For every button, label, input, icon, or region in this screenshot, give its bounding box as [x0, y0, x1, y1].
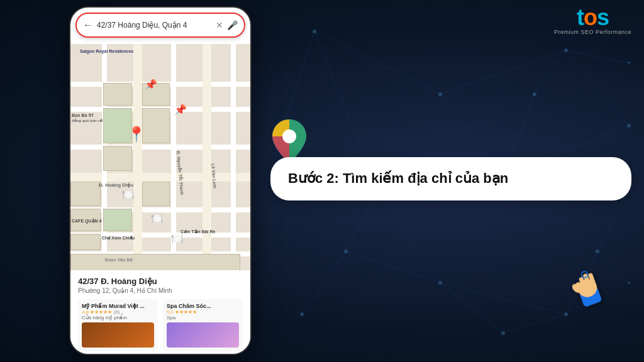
block-10 — [70, 254, 240, 270]
biz-rating-1: 4,8 ★★★★★ (8) — [82, 309, 154, 315]
tos-t: t — [577, 4, 584, 30]
tos-logo-text: tos — [554, 6, 631, 29]
tos-o: o — [584, 4, 597, 30]
label-doan-van-bo: Đoàn Văn Bơ — [105, 258, 132, 263]
label-cho: Chợ Xóm Chiều — [102, 236, 135, 241]
biz-card-2: Spa Chăm Sóc... 5,0 ★★★★★ Spa — [163, 299, 243, 351]
biz-type-2: Spa — [167, 315, 239, 321]
svg-point-23 — [313, 30, 316, 33]
svg-line-9 — [440, 283, 566, 314]
svg-point-33 — [533, 92, 536, 96]
search-query: 42/37 Hoàng Diệu, Quận 4 — [97, 21, 212, 30]
speech-bubble: Bước 2: Tìm kiếm địa chỉ của bạn — [270, 157, 631, 200]
block-4 — [103, 146, 132, 171]
block-3 — [142, 108, 170, 143]
cursor-hand — [564, 260, 616, 319]
block-5 — [70, 182, 101, 206]
svg-line-8 — [377, 189, 440, 283]
business-cards: Mỹ Phẩm Murad Việt ... 4,8 ★★★★★ (8) Cửa… — [78, 299, 243, 351]
svg-line-13 — [283, 31, 314, 126]
biz-name-1: Mỹ Phẩm Murad Việt ... — [82, 303, 154, 309]
svg-point-25 — [564, 48, 568, 52]
street-v5 — [231, 44, 236, 270]
search-bar[interactable]: ← 42/37 Hoàng Diệu, Quận 4 ✕ 🎤 — [75, 13, 245, 38]
svg-line-20 — [503, 314, 566, 333]
pin-yellow-5: 🍽️ — [151, 212, 164, 224]
tos-logo: tos Premium SEO Performance — [554, 6, 631, 35]
biz-name-2: Spa Chăm Sóc... — [167, 303, 239, 309]
biz-rating-2: 5,0 ★★★★★ — [167, 309, 239, 315]
street-h4 — [70, 173, 250, 182]
location-address: Phường 12, Quận 4, Hồ Chí Minh — [78, 287, 243, 294]
svg-point-31 — [564, 312, 568, 316]
biz-type-1: Cửa hàng mỹ phẩm — [82, 315, 154, 321]
svg-point-36 — [300, 312, 304, 316]
svg-line-22 — [302, 251, 346, 314]
svg-point-24 — [438, 92, 442, 96]
label-saigon: Saigon Royal Residences — [80, 49, 133, 53]
location-panel: 42/37 Đ. Hoàng Diệu Phường 12, Quận 4, H… — [70, 270, 250, 355]
block-9 — [70, 234, 101, 250]
street-v2 — [133, 44, 142, 270]
svg-point-34 — [344, 250, 348, 253]
label-hoang-dieu: Đ. Hoàng Diệu — [99, 182, 133, 188]
svg-point-28 — [596, 250, 599, 253]
svg-line-14 — [535, 50, 566, 94]
tos-tagline: Premium SEO Performance — [554, 29, 631, 35]
svg-line-16 — [566, 50, 629, 63]
svg-line-0 — [314, 31, 440, 94]
pin-yellow-2: 📌 — [174, 104, 187, 116]
label-com: Cơm Tấm Bài Re — [180, 229, 215, 234]
biz-card-1: Mỹ Phẩm Murad Việt ... 4,8 ★★★★★ (8) Cửa… — [78, 299, 158, 351]
block-6 — [142, 182, 170, 206]
block-1 — [103, 83, 132, 106]
block-8 — [103, 209, 132, 231]
tos-s: s — [597, 4, 609, 30]
phone-mockup: ← 42/37 Hoàng Diệu, Quận 4 ✕ 🎤 — [69, 6, 252, 355]
location-name: 42/37 Đ. Hoàng Diệu — [78, 277, 243, 286]
street-v4 — [203, 44, 211, 270]
pin-yellow-4: 🍽️ — [171, 233, 184, 244]
label-cafe: CAFE QUẬN 4 — [72, 219, 101, 224]
step-description: Tìm kiếm địa chỉ của bạn — [343, 170, 508, 186]
label-bun-bo-sub: đồng quà bán rơi — [72, 118, 103, 123]
svg-point-39 — [282, 129, 296, 143]
svg-point-26 — [627, 124, 631, 128]
close-icon[interactable]: ✕ — [216, 20, 223, 30]
svg-line-2 — [566, 50, 629, 126]
step-text: Bước 2: Tìm kiếm địa chỉ của bạn — [288, 170, 614, 188]
biz-image-1 — [82, 322, 154, 348]
svg-point-30 — [438, 281, 442, 285]
svg-line-17 — [346, 251, 440, 283]
svg-line-19 — [440, 283, 503, 333]
svg-point-37 — [628, 62, 630, 64]
label-bun-bo: Bún Bò 5T — [72, 113, 94, 118]
map-area: Saigon Royal Residences Bún Bò 5T đồng q… — [70, 44, 250, 270]
mic-icon[interactable]: 🎤 — [227, 20, 238, 30]
back-arrow-icon[interactable]: ← — [83, 19, 93, 31]
svg-line-1 — [440, 50, 566, 94]
biz-image-2 — [167, 322, 239, 348]
pin-yellow-1: 📌 — [145, 79, 157, 90]
pin-yellow-3: 🍽️ — [122, 189, 135, 200]
location-pin: 📍 — [127, 126, 146, 143]
svg-point-38 — [628, 282, 630, 284]
step-number: Bước 2: — [288, 170, 339, 186]
svg-point-35 — [501, 331, 505, 335]
street-h3 — [70, 145, 250, 150]
